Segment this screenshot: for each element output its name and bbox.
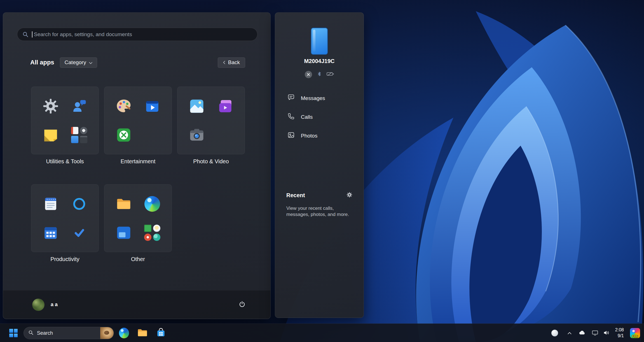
network-icon [592,329,598,337]
network-button[interactable] [592,324,598,342]
start-menu: All apps Category Back [3,12,271,319]
chevron-down-icon [89,59,92,66]
power-icon [238,301,246,309]
globe-mini-icon [153,234,160,241]
category-label: Utilities & Tools [46,158,84,165]
xbox-icon [115,126,133,144]
category-label: Other [131,256,145,262]
movies-tv-icon [143,97,161,115]
more-utilities-icons [70,126,88,144]
phone-status-row [275,71,364,78]
power-button[interactable] [236,299,248,311]
copilot-icon[interactable] [551,330,558,336]
user-profile[interactable]: a a [32,299,58,311]
empty-slot [216,126,234,144]
category-dropdown-label: Category [65,59,86,66]
recent-settings-button[interactable] [346,192,352,199]
taskbar-search-label: Search [37,330,100,336]
notepad-icon [42,195,60,213]
get-help-icon [70,97,88,115]
category-label: Entertainment [121,158,156,165]
taskbar-search-box[interactable]: Search [24,327,114,339]
back-button[interactable]: Back [218,57,245,68]
back-button-label: Back [228,59,240,66]
category-label: Productivity [50,256,79,262]
edge-icon [119,328,129,338]
clock-date: 9/1 [615,333,624,339]
phone-handset-icon [287,113,295,121]
to-do-icon [70,224,88,242]
category-tile-productivity[interactable]: Productivity [31,184,99,262]
disconnected-status-icon [305,71,312,78]
all-apps-header: All apps Category Back [30,57,245,68]
taskbar: Search [0,324,644,342]
phone-link-menu: Messages Calls Photos [275,89,364,145]
search-icon [28,330,34,336]
start-search-input[interactable] [33,31,252,38]
recent-title: Recent [286,192,305,199]
chevron-up-icon [568,331,572,335]
category-tile-utilities-tools[interactable]: Utilities & Tools [31,87,99,165]
user-name: a a [51,302,58,308]
sticky-notes-icon [42,126,60,144]
message-bubble-icon [287,94,295,103]
settings-icon [42,97,60,115]
search-highlight-image [100,327,114,339]
start-search-bar[interactable] [17,28,257,41]
edge-icon [143,195,161,213]
onedrive-button[interactable] [579,324,586,342]
gear-icon [346,192,352,199]
menu-item-messages[interactable]: Messages [275,89,364,108]
camera-icon [188,126,206,144]
category-tile-other[interactable]: Other [104,184,172,262]
taskbar-edge-button[interactable] [117,326,131,340]
chevron-left-icon [223,59,225,66]
file-explorer-icon [115,195,133,213]
start-button[interactable] [6,326,21,340]
windows-logo-icon [9,329,18,337]
taskbar-store-button[interactable] [154,326,168,340]
category-dropdown[interactable]: Category [60,57,97,68]
volume-button[interactable] [603,324,610,342]
pinned-apps [117,324,168,342]
bluetooth-icon [317,71,322,78]
cloud-icon [579,330,586,336]
tray-notification-icon[interactable]: FRE [630,328,640,338]
menu-item-calls[interactable]: Calls [275,108,364,126]
all-apps-title: All apps [30,59,54,66]
file-explorer-icon [137,327,148,339]
user-avatar [32,299,45,311]
hidden-icons-button[interactable] [568,324,572,342]
menu-item-label: Messages [301,95,325,101]
paint-icon [115,97,133,115]
menu-item-photos[interactable]: Photos [275,126,364,145]
more-apps-icons [143,224,161,242]
clock-mini-icon [80,127,87,134]
photo-frame-icon [287,131,295,140]
tray-badge-label: FRE [632,334,638,338]
category-grid: Utilities & Tools [31,87,245,262]
category-tile-entertainment[interactable]: Entertainment [104,87,172,165]
phone-link-panel: M2004J19C [275,12,364,318]
category-tile-photo-video[interactable]: Photo & Video [177,87,245,165]
speaker-icon [603,329,610,337]
text-caret [32,31,32,38]
widgets-mini-icon [144,225,151,232]
menu-item-label: Calls [301,114,313,120]
device-name: M2004J19C [275,58,364,64]
recent-description: View your recent calls, messages, photos… [286,205,352,218]
system-tray: 2:08 9/1 FRE [551,324,640,342]
category-label: Photo & Video [193,158,229,165]
remote-desktop-icon [115,224,133,242]
photos-icon [188,97,206,115]
lightbulb-mini-icon [153,225,160,232]
menu-item-label: Photos [301,133,317,139]
start-menu-footer: a a [3,290,270,319]
calendar-icon [42,224,60,242]
document-mini-icon [71,127,78,134]
search-icon [22,31,29,38]
taskbar-file-explorer-button[interactable] [136,326,149,340]
map-pin-mini-icon [144,234,151,241]
clock-time: 2:08 [615,327,624,333]
taskbar-clock[interactable]: 2:08 9/1 [615,327,624,339]
